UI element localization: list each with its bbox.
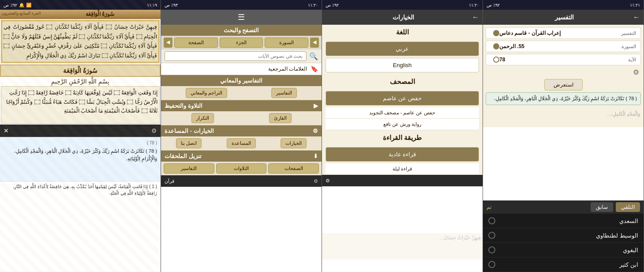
surah-title-mid: سُورَةُ الْوَاقِعَة	[0, 64, 161, 77]
settings-gear-row: ⚙	[486, 67, 641, 77]
tafsir-name-2: البغوي	[623, 247, 638, 253]
gear-icon-section: ⚙	[313, 128, 318, 134]
tafsir-list-item-3[interactable]: ابن كثير	[483, 257, 644, 272]
browse-title: التصفح والبحث	[161, 25, 322, 36]
pages-download-btn[interactable]: الصفحات	[268, 163, 319, 174]
footnote-section: ( 1 ) إِذَا قَامَتِ الْقِيَامَةُ، لَيْسَ…	[0, 181, 161, 205]
search-bar: 🔍	[161, 49, 322, 63]
radio-surah	[493, 43, 499, 49]
tafsir-radio-1	[488, 232, 495, 239]
mushaf-section-title: المصحف	[322, 74, 483, 89]
mushaf-hafs-option[interactable]: حفص عن عاصم	[326, 91, 479, 106]
gear-icon-footer[interactable]: ⚙	[151, 127, 157, 134]
bookmarks-row[interactable]: 🔖 العلامات المرجعية	[161, 63, 322, 75]
search-input[interactable]	[165, 51, 307, 61]
reading-normal-option[interactable]: قراءة عادية	[326, 147, 479, 162]
reading-section-title: طريقة القراءة	[322, 130, 483, 145]
lang-arabic-option[interactable]: عربي	[326, 42, 479, 56]
tafsir-radio-0	[488, 217, 495, 224]
tafsir-page-header: ← التفسير	[483, 10, 644, 25]
hamburger-icon[interactable]: ☰	[238, 12, 245, 22]
screen2-header: ☰	[161, 10, 322, 25]
nav-juz-btn[interactable]: الجزء	[220, 38, 263, 48]
surah-label: السورة	[622, 44, 636, 49]
gear-settings-icon[interactable]: ⚙	[633, 68, 639, 76]
translations-btn[interactable]: التراجم والمعاني	[186, 88, 227, 98]
nav-surah-btn[interactable]: السورة	[265, 38, 308, 48]
tafsir-name-1: الوسيط لطنطاوي	[596, 232, 638, 239]
quran-surah-header: الجزء السابع والعشرون سُورَةُ الْوَاقِعَ…	[0, 10, 161, 19]
footer-label-3: ⚙	[326, 178, 330, 184]
selection-tabs: التلقي سابق	[591, 202, 640, 212]
bg-quran-text-4: وَالْمَجْدِ الْكَامِلِ،...	[483, 110, 644, 127]
browse-button[interactable]: استعرض	[544, 79, 583, 91]
tafsir-radio-3	[488, 261, 495, 268]
quran-verses-bottom: إِذَا وَقَعَتِ الْوَاقِعَةُ ۝ لَيْسَ لِو…	[1, 86, 160, 124]
contact-btn[interactable]: اتصل بنا	[176, 138, 202, 148]
footer-bar-1: ✕ ⚙	[0, 125, 161, 137]
tafsir-list-item-0[interactable]: السعدي	[483, 214, 644, 228]
play-icon: ▶	[314, 102, 318, 109]
background-quran: فِيهِنَّ خَيْرَاتٌ حِسَانٌ...	[322, 233, 483, 260]
reading-night-option[interactable]: قراءة ليلة	[326, 163, 479, 175]
status-bar-1: ١١:١٩ 📶 🔔 ٩٢٪ ص	[0, 0, 161, 10]
tafsir-name-0: السعدي	[619, 218, 638, 224]
recitations-download-btn[interactable]: التلاوات	[216, 163, 267, 174]
tab-previous-btn[interactable]: سابق	[591, 202, 613, 212]
mushaf-hafs-tajwid-option[interactable]: حفص عن عاصم - مصحف التجويد	[326, 107, 479, 119]
surah-name-header: سُورَةُ الْوَاقِعَة	[86, 11, 114, 17]
settings-page-title: الخيارات	[334, 14, 472, 21]
tafsir-content-area: التفسير إعراب القرآن - قاسم دعاس السورة …	[483, 25, 644, 110]
status-bar-4: ١١:٢١ ٩٢٪ ص	[483, 0, 644, 10]
screen1-quran-reading: ١١:١٩ 📶 🔔 ٩٢٪ ص الجزء السابع والعشرون سُ…	[0, 0, 161, 272]
tafsir-download-btn[interactable]: التفاسير	[164, 163, 214, 174]
settings-section-header: ⚙ الخيارات - المساعدة	[161, 125, 322, 136]
quran-text-area[interactable]: فِيهِنَّ خَيْرَاتٌ حِسَانٌ ۝ فَبِأَيِّ آ…	[1, 20, 160, 63]
quran-verses-top: فِيهِنَّ خَيْرَاتٌ حِسَانٌ ۝ فَبِأَيِّ آ…	[4, 23, 157, 60]
settings-header: ← الخيارات	[322, 10, 483, 25]
done-button[interactable]: تم	[487, 204, 491, 210]
tafsir-excerpt: ( 78 ) تَكَاثَرَتْ بَرَكَةُ اسْمِ رَبِّك…	[486, 92, 641, 105]
ayah-number: 78	[150, 140, 154, 145]
radio-tafsir	[493, 30, 499, 36]
nav-page-btn[interactable]: الصفحة	[174, 38, 218, 48]
help-btn[interactable]: المساعدة	[227, 138, 256, 148]
screen2-browse-search: ١١:٢٠ ٩٣٪ ص ☰ التصفح والبحث ◀ السورة الج…	[161, 0, 322, 272]
nav-row: ◀ السورة الجزء الصفحة ◀	[161, 36, 322, 49]
footnote-text: ( 1 ) إِذَا قَامَتِ الْقِيَامَةُ، لَيْسَ…	[4, 183, 157, 196]
back-button-4[interactable]: ←	[633, 13, 640, 21]
download-buttons: الصفحات التلاوات التفاسير	[164, 163, 319, 174]
nav-arrow-btn2[interactable]: ◀	[164, 38, 172, 48]
bookmark-icon: 🔖	[311, 65, 318, 72]
download-section-header: ⬇ تنزيل الملحقات	[161, 151, 322, 162]
settings-btn[interactable]: الخيارات	[281, 138, 307, 148]
tafsir-ayah-row: الآية 78	[486, 54, 641, 65]
download-section: الصفحات التلاوات التفاسير	[161, 162, 322, 175]
tab-receive-btn[interactable]: التلقي	[616, 202, 640, 212]
tafsir-btn[interactable]: التفاسير	[271, 88, 297, 98]
close-btn-footer[interactable]: ✕	[4, 127, 9, 134]
lang-english-option[interactable]: English	[326, 58, 479, 72]
tafsir-name-value: إعراب القرآن - قاسم دعاس	[499, 30, 561, 36]
nav-arrow-btn[interactable]: ◀	[310, 38, 319, 48]
tafsir-list-item-2[interactable]: البغوي	[483, 243, 644, 257]
tafsir-section-header: التفاسير والمعاني	[161, 75, 322, 86]
tafsir-name-label: التفسير	[621, 30, 636, 36]
ayah-value: 78	[499, 57, 505, 63]
tafsir-surah-row: السورة 55. الرحمن	[486, 41, 641, 52]
footer-bar-3: ⚙	[322, 175, 483, 186]
repeat-btn[interactable]: التكرار	[191, 113, 214, 123]
back-button-3[interactable]: ←	[472, 13, 479, 21]
mushaf-warsh-option[interactable]: رواية ورش عن نافع	[326, 119, 479, 130]
download-icon: ⬇	[313, 153, 318, 159]
tafsir-page-title: التفسير	[495, 14, 633, 21]
selection-tab-bar: التلقي سابق تم	[483, 200, 644, 214]
screen4-tafsir: ١١:٢١ ٩٢٪ ص ← التفسير التفسير إعراب القر…	[483, 0, 644, 272]
ayah-label: الآية	[628, 57, 636, 63]
bookmarks-label: العلامات المرجعية	[268, 66, 307, 72]
tafsir-list-item-1[interactable]: الوسيط لطنطاوي	[483, 228, 644, 243]
reader-btn[interactable]: القارئ	[269, 113, 292, 123]
status-bar-2: ١١:٢٠ ٩٣٪ ص	[161, 0, 322, 10]
tafsir-name-3: ابن كثير	[619, 261, 638, 268]
status-bar-3: ١١:٢٠ ٩٢٪ ص	[322, 0, 483, 10]
